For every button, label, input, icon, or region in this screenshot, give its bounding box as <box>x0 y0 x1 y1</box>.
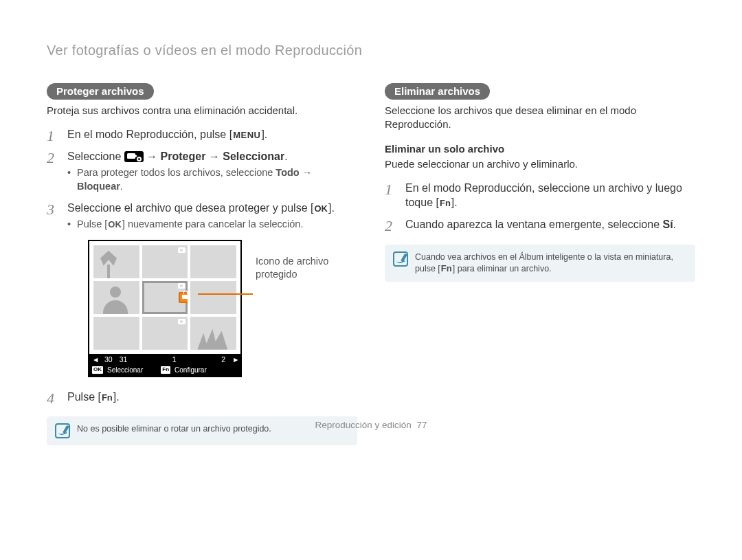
columns: Proteger archivos Proteja sus archivos c… <box>47 83 695 445</box>
callout-line <box>198 293 253 295</box>
step-2-sub-bold: Todo <box>276 167 299 178</box>
step-2-arrow: → <box>144 150 161 162</box>
manual-page: Ver fotografías o vídeos en el modo Repr… <box>0 0 742 445</box>
date-2: 2 <box>221 355 225 364</box>
step-4-post: ]. <box>113 391 120 403</box>
date-bar: ◄ 30 31 1 2 ► <box>89 354 240 365</box>
pill-protect: Proteger archivos <box>47 83 154 100</box>
thumb-3 <box>190 245 236 278</box>
thumb-2 <box>142 245 188 278</box>
step-3: Seleccione el archivo que desea proteger… <box>47 201 357 377</box>
note-icon-2 <box>393 251 408 267</box>
step-3-sub-pre: Pulse [ <box>77 219 107 229</box>
step-1-pre: En el modo Reproducción, pulse [ <box>67 128 232 140</box>
action-bar: OK Seleccionar Fn Configurar <box>89 365 240 376</box>
step-2-b2: Seleccionar <box>223 150 284 162</box>
note-delete-post: ] para eliminar un archivo. <box>453 264 552 273</box>
ab-fn-label: Configurar <box>175 366 207 375</box>
step-1-post: ]. <box>261 128 267 140</box>
step-1: En el modo Reproducción, pulse [MENU]. <box>47 127 357 142</box>
fn-key: Fn <box>101 392 113 404</box>
ab-ok-label: Seleccionar <box>107 366 143 375</box>
step-2-sub: Para proteger todos los archivos, selecc… <box>67 166 357 193</box>
step-2-sub-arrow: → <box>300 167 313 178</box>
step-2-sub-bold2: Bloquear <box>77 181 120 192</box>
step-2-post: . <box>284 150 287 162</box>
h4-sub: Puede seleccionar un archivo y eliminarl… <box>385 157 695 171</box>
thumb-grid <box>89 241 240 354</box>
steps-delete: En el modo Reproducción, seleccione un a… <box>385 181 695 232</box>
ab-fn-key: Fn <box>161 366 170 374</box>
note-delete-text: Cuando vea archivos en el Álbum intelige… <box>415 251 687 276</box>
footer-section: Reproducción y edición <box>315 420 412 430</box>
col-right: Eliminar archivos Seleccione los archivo… <box>385 83 695 445</box>
prev-arrow-icon: ◄ <box>92 355 98 364</box>
thumb-5-selected <box>142 281 188 314</box>
pill-delete: Eliminar archivos <box>385 83 490 100</box>
ab-ok-key: OK <box>92 366 103 374</box>
footer-page: 77 <box>416 420 427 430</box>
print-icon <box>178 247 186 253</box>
callout-label: Icono de archivo protegido <box>256 240 357 281</box>
print-icon-2 <box>178 283 186 289</box>
screenshot-wrap: ◄ 30 31 1 2 ► OK <box>88 240 242 377</box>
next-arrow-icon: ► <box>232 355 238 364</box>
h4-delete-one: Eliminar un solo archivo <box>385 143 695 155</box>
step-3-sub-post: ] nuevamente para cancelar la selección. <box>122 219 304 229</box>
print-icon-3 <box>178 319 186 324</box>
rstep-2-post: . <box>673 219 676 230</box>
menu-key: MENU <box>232 129 261 142</box>
rstep-1-post: ]. <box>451 197 458 208</box>
fn-key-r1: Fn <box>439 197 451 210</box>
step-4: Pulse [Fn]. <box>47 390 357 405</box>
step-2-sub-item: Para proteger todos los archivos, selecc… <box>67 166 357 193</box>
steps-protect: En el modo Reproducción, pulse [MENU]. S… <box>47 127 357 404</box>
page-footer: Reproducción y edición 77 <box>0 420 742 430</box>
thumb-1 <box>93 245 139 278</box>
step-2-b1: Proteger <box>161 150 206 162</box>
camera-screen: ◄ 30 31 1 2 ► OK <box>88 240 242 377</box>
step-3-sub: Pulse [OK] nuevamente para cancelar la s… <box>67 218 357 232</box>
step-2-sub-post: . <box>120 181 123 192</box>
thumb-9 <box>190 317 236 350</box>
page-title: Ver fotografías o vídeos en el modo Repr… <box>47 43 695 58</box>
step-2-pre: Seleccione <box>67 150 124 162</box>
screenshot-block: ◄ 30 31 1 2 ► OK <box>88 240 357 377</box>
fn-key-note: Fn <box>440 262 453 275</box>
step-2: Seleccione → Proteger → Seleccionar. Par… <box>47 149 357 194</box>
step-2-arrow2: → <box>205 150 223 162</box>
thumb-6 <box>190 281 236 314</box>
rstep-2: Cuando aparezca la ventana emergente, se… <box>385 217 695 232</box>
rstep-2-bold: Sí <box>662 219 673 230</box>
step-3-sub-item: Pulse [OK] nuevamente para cancelar la s… <box>67 218 357 232</box>
intro-delete: Seleccione los archivos que desea elimin… <box>385 104 695 132</box>
intro-protect: Proteja sus archivos contra una eliminac… <box>47 104 357 117</box>
step-2-sub-text: Para proteger todos los archivos, selecc… <box>77 167 276 178</box>
lock-icon <box>179 292 188 303</box>
step-3-text: Seleccione el archivo que desea proteger… <box>67 202 313 214</box>
date-1: 1 <box>172 355 177 364</box>
thumb-8 <box>142 317 188 350</box>
date-30: 30 <box>104 355 113 364</box>
thumb-7 <box>93 317 139 350</box>
step-3-post: ]. <box>328 202 335 214</box>
note-delete: Cuando vea archivos en el Álbum intelige… <box>385 245 695 282</box>
col-left: Proteger archivos Proteja sus archivos c… <box>47 83 357 445</box>
ok-key-2: OK <box>107 219 122 231</box>
step-4-pre: Pulse [ <box>67 391 101 403</box>
play-settings-icon <box>124 151 144 162</box>
date-31: 31 <box>120 355 128 364</box>
rstep-2-pre: Cuando aparezca la ventana emergente, se… <box>405 219 662 230</box>
thumb-4 <box>93 281 139 314</box>
ok-key: OK <box>313 203 328 215</box>
rstep-1: En el modo Reproducción, seleccione un a… <box>385 181 695 210</box>
